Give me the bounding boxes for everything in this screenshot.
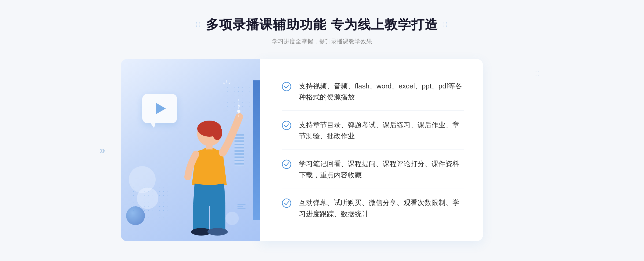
svg-point-11: [237, 110, 240, 113]
svg-point-19: [282, 199, 291, 207]
page-subtitle: 学习进度全掌握，提升录播课教学效果: [0, 38, 644, 46]
play-triangle-icon: [156, 103, 166, 114]
feature-text-3: 学习笔记回看、课程提问、课程评论打分、课件资料下载，重点内容收藏: [299, 158, 464, 181]
svg-point-17: [282, 121, 291, 130]
svg-rect-7: [210, 202, 225, 232]
sphere-decoration: [126, 206, 145, 225]
check-icon-2: [282, 121, 291, 130]
main-content: » ⁚⁚: [121, 59, 523, 241]
check-icon-1: [282, 82, 291, 91]
feature-item-4: 互动弹幕、试听购买、微信分享、观看次数限制、学习进度跟踪、数据统计: [282, 190, 464, 227]
right-dots-icon: ⁚⁚: [535, 70, 539, 77]
light-ray: [223, 80, 228, 86]
feature-item-3: 学习笔记回看、课程提问、课程评论打分、课件资料下载，重点内容收藏: [282, 151, 464, 188]
svg-point-5: [236, 113, 243, 121]
page-title: 多项录播课辅助功能 专为线上教学打造: [206, 16, 438, 33]
feature-item-1: 支持视频、音频、flash、word、excel、ppt、pdf等各种格式的资源…: [282, 73, 464, 111]
content-wrapper: 支持视频、音频、flash、word、excel、ppt、pdf等各种格式的资源…: [121, 59, 483, 241]
svg-rect-6: [193, 202, 209, 232]
svg-point-3: [213, 125, 222, 140]
title-row: ⁞⁞ 多项录播课辅助功能 专为线上教学打造 ⁞⁞: [0, 16, 644, 33]
svg-point-16: [282, 82, 291, 91]
feature-item-2: 支持章节目录、弹题考试、课后练习、课后作业、章节测验、批改作业: [282, 112, 464, 150]
left-chevron-icon: »: [99, 144, 104, 156]
blue-bar-decoration: [253, 80, 260, 220]
svg-line-15: [223, 83, 225, 84]
content-panel: 支持视频、音频、flash、word、excel、ppt、pdf等各种格式的资源…: [260, 59, 483, 241]
feature-text-4: 互动弹幕、试听购买、微信分享、观看次数限制、学习进度跟踪、数据统计: [299, 197, 464, 219]
feature-text-1: 支持视频、音频、flash、word、excel、ppt、pdf等各种格式的资源…: [299, 81, 464, 103]
check-icon-3: [282, 159, 291, 169]
dots-right-icon: ⁞⁞: [443, 21, 448, 28]
circle-decoration-3: [129, 166, 156, 193]
svg-point-18: [282, 160, 291, 169]
dots-left-icon: ⁞⁞: [196, 21, 201, 28]
person-illustration: [166, 91, 252, 241]
feature-text-2: 支持章节目录、弹题考试、课后练习、课后作业、章节测验、批改作业: [299, 120, 464, 142]
header-section: ⁞⁞ 多项录播课辅助功能 专为线上教学打造 ⁞⁞ 学习进度全掌握，提升录播课教学…: [0, 16, 644, 46]
svg-line-14: [229, 83, 230, 84]
svg-point-9: [207, 228, 228, 236]
illustration-area: [121, 59, 260, 241]
svg-point-12: [238, 105, 240, 107]
page-container: ⁞⁞ 多项录播课辅助功能 专为线上教学打造 ⁞⁞ 学习进度全掌握，提升录播课教学…: [0, 0, 644, 261]
check-icon-4: [282, 198, 291, 208]
